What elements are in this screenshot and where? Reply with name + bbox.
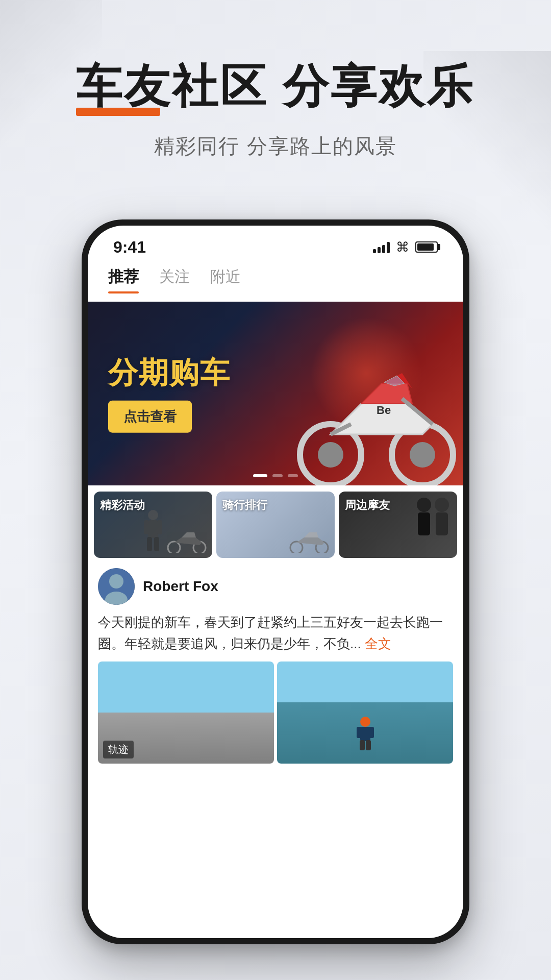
category-label-ranking: 骑行排行 — [222, 498, 267, 513]
user-post: Robert Fox 今天刚提的新车，春天到了赶紧约上三五好友一起去长跑一圈。年… — [88, 558, 463, 764]
phone-frame: 9:41 ⌘ 推荐 — [82, 219, 469, 944]
svg-point-13 — [290, 542, 303, 553]
banner-image: 分期购车 点击查看 — [88, 302, 463, 485]
person-silhouettes-3 — [409, 495, 455, 558]
category-item-activities[interactable]: 精彩活动 — [94, 492, 212, 558]
tab-follow[interactable]: 关注 — [159, 266, 190, 293]
post-more-link[interactable]: 全文 — [365, 636, 391, 651]
svg-rect-26 — [360, 740, 365, 750]
category-grid: 精彩活动 — [88, 485, 463, 558]
svg-rect-10 — [157, 520, 162, 534]
subtitle: 精彩同行 分享路上的风景 — [0, 132, 551, 160]
category-label-nearby: 周边摩友 — [345, 498, 390, 513]
svg-rect-25 — [369, 727, 374, 738]
user-header: Robert Fox — [98, 568, 453, 605]
post-image-2[interactable] — [277, 662, 453, 764]
svg-rect-18 — [436, 512, 448, 535]
post-image-label-1: 轨迹 — [103, 741, 134, 758]
phone-mockup: 9:41 ⌘ 推荐 — [82, 219, 469, 944]
main-title: 车友社区 分享欢乐 — [76, 61, 474, 112]
phone-screen: 9:41 ⌘ 推荐 — [88, 226, 463, 938]
svg-point-17 — [435, 498, 449, 512]
tab-nearby[interactable]: 附近 — [210, 266, 241, 293]
title-underline — [76, 108, 160, 116]
svg-rect-27 — [366, 740, 371, 750]
post-image-1[interactable]: 轨迹 — [98, 662, 274, 764]
svg-point-5 — [168, 542, 180, 553]
nav-tabs: 推荐 关注 附近 — [88, 261, 463, 293]
category-moto-1 — [166, 527, 207, 553]
post-images: 轨迹 — [98, 662, 453, 764]
category-item-nearby[interactable]: 周边摩友 — [339, 492, 457, 558]
category-moto-2 — [289, 527, 330, 553]
status-time: 9:41 — [113, 238, 146, 257]
banner-button[interactable]: 点击查看 — [108, 400, 192, 432]
battery-fill — [417, 243, 434, 251]
svg-rect-9 — [144, 520, 149, 534]
svg-rect-16 — [418, 512, 430, 535]
banner-dot-2 — [272, 474, 283, 477]
svg-point-20 — [109, 574, 123, 589]
svg-text:Be: Be — [377, 404, 391, 416]
svg-rect-24 — [357, 727, 362, 738]
svg-point-7 — [148, 510, 158, 520]
category-item-ranking[interactable]: 骑行排行 — [216, 492, 335, 558]
svg-rect-12 — [154, 537, 159, 551]
svg-point-2 — [318, 442, 343, 468]
banner-motorcycle: Be — [280, 322, 463, 485]
svg-point-3 — [410, 442, 435, 468]
user-name: Robert Fox — [143, 578, 218, 595]
svg-rect-11 — [147, 537, 152, 551]
battery-icon — [415, 241, 438, 253]
banner-dot-1 — [253, 474, 267, 477]
banner-text-area: 分期购车 点击查看 — [108, 355, 231, 433]
banner-title: 分期购车 — [108, 355, 231, 390]
svg-point-15 — [417, 498, 431, 512]
status-icons: ⌘ — [373, 239, 438, 255]
post-content: 今天刚提的新车，春天到了赶紧约上三五好友一起去长跑一圈。年轻就是要追风，归来仍是… — [98, 612, 453, 654]
banner-dot-3 — [288, 474, 298, 477]
user-avatar — [98, 568, 135, 605]
status-bar: 9:41 ⌘ — [88, 226, 463, 261]
tab-recommend[interactable]: 推荐 — [108, 266, 139, 293]
svg-rect-8 — [148, 520, 158, 538]
header-section: 车友社区 分享欢乐 精彩同行 分享路上的风景 — [0, 61, 551, 160]
banner-dots — [253, 474, 298, 477]
signal-icon — [373, 241, 390, 253]
wifi-icon: ⌘ — [396, 239, 409, 255]
person-silhouette-1 — [138, 507, 168, 555]
banner[interactable]: 分期购车 点击查看 — [88, 302, 463, 485]
rider-figure — [353, 716, 378, 753]
svg-point-22 — [360, 717, 370, 727]
